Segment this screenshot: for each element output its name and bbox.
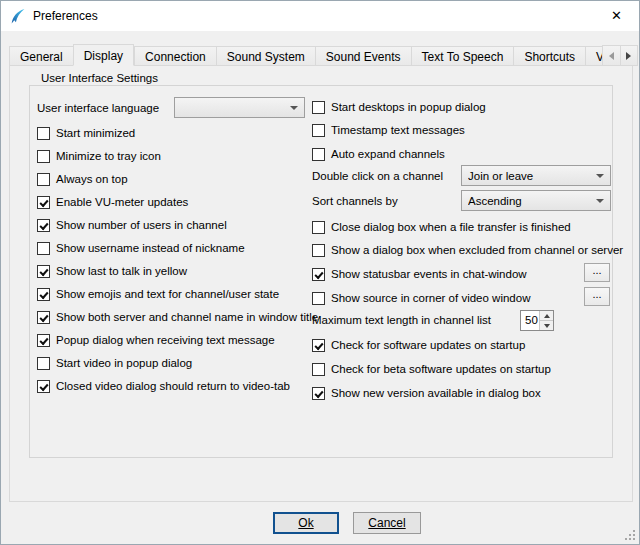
checkbox-icon: [37, 219, 50, 232]
checkbox-show-source-video-corner[interactable]: Show source in corner of video window: [312, 290, 530, 306]
title-bar[interactable]: Preferences ✕: [1, 1, 639, 31]
checkbox-label: Show both server and channel name in win…: [56, 311, 318, 323]
checkbox-show-last-to-talk-yellow[interactable]: Show last to talk in yellow: [37, 263, 187, 279]
video-source-more-button[interactable]: ...: [584, 287, 610, 306]
spinbox-value: 50: [521, 311, 539, 330]
tab-text-to-speech[interactable]: Text To Speech: [411, 46, 514, 66]
cancel-button[interactable]: Cancel: [353, 512, 421, 534]
tab-sound-events[interactable]: Sound Events: [315, 46, 411, 66]
app-icon: [9, 8, 26, 25]
chevron-down-icon: [596, 174, 604, 178]
language-label: User interface language: [37, 101, 159, 116]
arrow-left-icon: [609, 52, 614, 60]
checkbox-icon: [312, 221, 325, 234]
checkbox-label: Popup dialog when receiving text message: [56, 334, 275, 346]
checkbox-label: Start desktops in popup dialog: [331, 101, 486, 113]
checkbox-icon: [37, 265, 50, 278]
double-click-channel-dropdown[interactable]: Join or leave: [461, 165, 611, 186]
group-title: User Interface Settings: [37, 72, 162, 84]
checkbox-icon: [37, 334, 50, 347]
checkbox-start-video-popup[interactable]: Start video in popup dialog: [37, 355, 192, 371]
checkbox-label: Show last to talk in yellow: [56, 265, 187, 277]
checkbox-show-emojis-text[interactable]: Show emojis and text for channel/user st…: [37, 286, 279, 302]
checkbox-label: Always on top: [56, 173, 128, 185]
checkbox-icon: [312, 387, 325, 400]
checkbox-label: Show statusbar events in chat-window: [331, 268, 527, 280]
chevron-down-icon: [596, 199, 604, 203]
arrow-up-icon: [544, 314, 550, 318]
checkbox-enable-vu-meter-updates[interactable]: Enable VU-meter updates: [37, 194, 188, 210]
checkbox-timestamp-text-messages[interactable]: Timestamp text messages: [312, 122, 465, 138]
preferences-dialog: Preferences ✕ General Display Connection…: [0, 0, 640, 545]
chevron-down-icon: [290, 106, 298, 110]
checkbox-show-number-of-users[interactable]: Show number of users in channel: [37, 217, 227, 233]
checkbox-minimize-to-tray-icon[interactable]: Minimize to tray icon: [37, 148, 161, 164]
checkbox-check-beta-updates[interactable]: Check for beta software updates on start…: [312, 361, 551, 377]
checkbox-icon: [37, 173, 50, 186]
tab-scroll-right-button[interactable]: [621, 45, 639, 66]
arrow-right-icon: [626, 52, 631, 60]
sort-channels-dropdown[interactable]: Ascending: [461, 190, 611, 211]
checkbox-label: Start video in popup dialog: [56, 357, 192, 369]
checkbox-label: Show username instead of nickname: [56, 242, 245, 254]
checkbox-label: Show a dialog box when excluded from cha…: [331, 244, 623, 256]
checkbox-icon: [37, 357, 50, 370]
dropdown-value: Ascending: [468, 195, 592, 207]
tab-connection[interactable]: Connection: [134, 46, 216, 66]
checkbox-icon: [312, 101, 325, 114]
checkbox-show-statusbar-events[interactable]: Show statusbar events in chat-window: [312, 266, 527, 282]
checkbox-show-new-version-dialog[interactable]: Show new version available in dialog box: [312, 385, 541, 401]
max-text-length-spinbox[interactable]: 50: [520, 310, 554, 331]
checkbox-icon: [312, 148, 325, 161]
checkbox-icon: [37, 242, 50, 255]
tab-display[interactable]: Display: [73, 44, 134, 66]
resize-grip[interactable]: [633, 538, 635, 540]
sort-channels-label: Sort channels by: [312, 194, 398, 209]
checkbox-icon: [312, 339, 325, 352]
checkbox-label: Closed video dialog should return to vid…: [56, 380, 290, 392]
arrow-down-icon: [544, 324, 550, 328]
checkbox-icon: [312, 124, 325, 137]
spinner-buttons: [539, 311, 553, 330]
checkbox-always-on-top[interactable]: Always on top: [37, 171, 128, 187]
checkbox-label: Show emojis and text for channel/user st…: [56, 288, 279, 300]
tab-scroll-buttons: [602, 45, 638, 66]
tab-shortcuts[interactable]: Shortcuts: [513, 46, 585, 66]
checkbox-show-username-instead-nickname[interactable]: Show username instead of nickname: [37, 240, 245, 256]
checkbox-icon: [37, 288, 50, 301]
checkbox-show-server-channel-in-title[interactable]: Show both server and channel name in win…: [37, 309, 318, 325]
checkbox-start-desktops-popup[interactable]: Start desktops in popup dialog: [312, 99, 486, 115]
checkbox-icon: [37, 127, 50, 140]
checkbox-label: Show source in corner of video window: [331, 292, 530, 304]
ok-button[interactable]: Ok: [273, 512, 339, 534]
checkbox-icon: [312, 292, 325, 305]
statusbar-events-more-button[interactable]: ...: [584, 263, 610, 282]
close-button[interactable]: ✕: [594, 1, 639, 30]
spin-up-button[interactable]: [540, 311, 553, 320]
tab-general[interactable]: General: [9, 46, 73, 66]
checkbox-label: Start minimized: [56, 127, 135, 139]
checkbox-show-dialog-when-excluded[interactable]: Show a dialog box when excluded from cha…: [312, 242, 623, 258]
tab-bar: General Display Connection Sound System …: [9, 44, 631, 66]
spin-down-button[interactable]: [540, 320, 553, 330]
checkbox-label: Timestamp text messages: [331, 124, 465, 136]
checkbox-auto-expand-channels[interactable]: Auto expand channels: [312, 146, 445, 162]
checkbox-start-minimized[interactable]: Start minimized: [37, 125, 135, 141]
checkbox-icon: [37, 196, 50, 209]
checkbox-label: Show number of users in channel: [56, 219, 227, 231]
checkbox-label: Close dialog box when a file transfer is…: [331, 221, 571, 233]
checkbox-label: Check for software updates on startup: [331, 339, 525, 351]
checkbox-close-dialog-file-transfer[interactable]: Close dialog box when a file transfer is…: [312, 219, 571, 235]
language-dropdown[interactable]: [174, 97, 305, 118]
tab-scroll-left-button[interactable]: [602, 45, 621, 66]
checkbox-icon: [312, 244, 325, 257]
checkbox-closed-video-return[interactable]: Closed video dialog should return to vid…: [37, 378, 290, 394]
checkbox-popup-dialog-text-message[interactable]: Popup dialog when receiving text message: [37, 332, 275, 348]
tab-sound-system[interactable]: Sound System: [216, 46, 315, 66]
dropdown-value: Join or leave: [468, 170, 592, 182]
checkbox-icon: [312, 363, 325, 376]
checkbox-label: Auto expand channels: [331, 148, 445, 160]
checkbox-icon: [37, 311, 50, 324]
max-text-length-label: Maximum text length in channel list: [312, 313, 491, 328]
checkbox-check-software-updates[interactable]: Check for software updates on startup: [312, 337, 525, 353]
